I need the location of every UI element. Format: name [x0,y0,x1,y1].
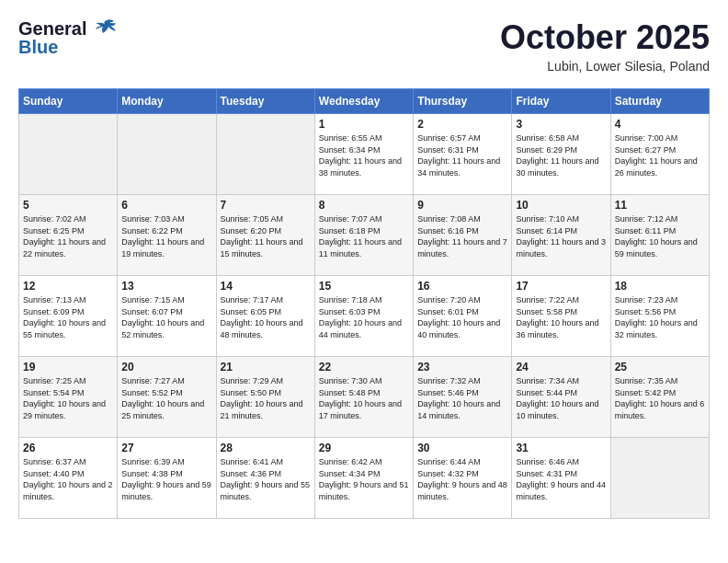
calendar-cell: 15 Sunrise: 7:18 AM Sunset: 6:03 PM Dayl… [314,276,413,357]
day-number: 7 [221,199,311,212]
calendar-cell: 31 Sunrise: 6:46 AM Sunset: 4:31 PM Dayl… [512,438,610,519]
cell-info: Sunrise: 7:15 AM Sunset: 6:07 PM Dayligh… [121,294,211,340]
logo-bird-icon [94,18,119,35]
day-number: 31 [516,442,606,454]
calendar-cell: 12 Sunrise: 7:13 AM Sunset: 6:09 PM Dayl… [19,276,118,357]
calendar-cell: 21 Sunrise: 7:29 AM Sunset: 5:50 PM Dayl… [216,357,314,438]
calendar-cell [216,114,314,195]
calendar-cell: 28 Sunrise: 6:41 AM Sunset: 4:36 PM Dayl… [216,438,314,519]
day-number: 6 [121,199,211,212]
calendar-cell: 2 Sunrise: 6:57 AM Sunset: 6:31 PM Dayli… [414,114,512,195]
calendar-cell: 14 Sunrise: 7:17 AM Sunset: 6:05 PM Dayl… [216,276,314,357]
day-number: 29 [319,442,409,454]
day-number: 21 [221,361,311,373]
calendar-cell: 20 Sunrise: 7:27 AM Sunset: 5:52 PM Dayl… [118,357,216,438]
cell-info: Sunrise: 7:12 AM Sunset: 6:11 PM Dayligh… [615,213,705,259]
cell-info: Sunrise: 6:58 AM Sunset: 6:29 PM Dayligh… [516,132,606,178]
cell-info: Sunrise: 7:29 AM Sunset: 5:50 PM Dayligh… [221,375,311,421]
cell-info: Sunrise: 7:22 AM Sunset: 5:58 PM Dayligh… [516,294,606,340]
day-header-thursday: Thursday [414,89,512,114]
calendar-cell: 16 Sunrise: 7:20 AM Sunset: 6:01 PM Dayl… [414,276,512,357]
calendar-cell: 19 Sunrise: 7:25 AM Sunset: 5:54 PM Dayl… [19,357,118,438]
calendar-header-row: SundayMondayTuesdayWednesdayThursdayFrid… [19,89,710,114]
day-header-saturday: Saturday [610,89,709,114]
calendar-cell: 23 Sunrise: 7:32 AM Sunset: 5:46 PM Dayl… [414,357,512,438]
day-number: 26 [23,442,113,454]
calendar-cell: 7 Sunrise: 7:05 AM Sunset: 6:20 PM Dayli… [216,195,314,276]
day-number: 2 [417,118,507,131]
day-header-friday: Friday [512,89,610,114]
month-title: October 2025 [500,18,710,57]
calendar-cell: 25 Sunrise: 7:35 AM Sunset: 5:42 PM Dayl… [610,357,709,438]
calendar-cell: 11 Sunrise: 7:12 AM Sunset: 6:11 PM Dayl… [610,195,709,276]
location: Lubin, Lower Silesia, Poland [500,59,710,74]
calendar-cell: 29 Sunrise: 6:42 AM Sunset: 4:34 PM Dayl… [314,438,413,519]
cell-info: Sunrise: 6:57 AM Sunset: 6:31 PM Dayligh… [417,132,507,178]
calendar-cell: 27 Sunrise: 6:39 AM Sunset: 4:38 PM Dayl… [118,438,216,519]
cell-info: Sunrise: 6:44 AM Sunset: 4:32 PM Dayligh… [417,456,507,502]
cell-info: Sunrise: 7:34 AM Sunset: 5:44 PM Dayligh… [516,375,606,421]
cell-info: Sunrise: 6:41 AM Sunset: 4:36 PM Dayligh… [221,456,311,502]
cell-info: Sunrise: 6:42 AM Sunset: 4:34 PM Dayligh… [319,456,409,502]
cell-info: Sunrise: 7:23 AM Sunset: 5:56 PM Dayligh… [615,294,705,340]
cell-info: Sunrise: 7:18 AM Sunset: 6:03 PM Dayligh… [319,294,409,340]
day-number: 11 [615,199,705,212]
day-number: 9 [417,199,507,212]
day-number: 1 [319,118,409,131]
calendar-cell: 30 Sunrise: 6:44 AM Sunset: 4:32 PM Dayl… [414,438,512,519]
cell-info: Sunrise: 6:37 AM Sunset: 4:40 PM Dayligh… [23,456,113,502]
week-row-4: 19 Sunrise: 7:25 AM Sunset: 5:54 PM Dayl… [19,357,710,438]
cell-info: Sunrise: 7:25 AM Sunset: 5:54 PM Dayligh… [23,375,113,421]
week-row-1: 1 Sunrise: 6:55 AM Sunset: 6:34 PM Dayli… [19,114,710,195]
cell-info: Sunrise: 7:17 AM Sunset: 6:05 PM Dayligh… [221,294,311,340]
cell-info: Sunrise: 7:08 AM Sunset: 6:16 PM Dayligh… [417,213,507,259]
day-number: 5 [23,199,113,212]
calendar-cell: 18 Sunrise: 7:23 AM Sunset: 5:56 PM Dayl… [610,276,709,357]
calendar-cell: 10 Sunrise: 7:10 AM Sunset: 6:14 PM Dayl… [512,195,610,276]
day-number: 18 [615,280,705,293]
title-block: October 2025 Lubin, Lower Silesia, Polan… [500,18,710,74]
calendar-cell: 1 Sunrise: 6:55 AM Sunset: 6:34 PM Dayli… [314,114,413,195]
calendar-cell [19,114,118,195]
cell-info: Sunrise: 7:03 AM Sunset: 6:22 PM Dayligh… [121,213,211,259]
logo-general: General [18,18,86,39]
week-row-2: 5 Sunrise: 7:02 AM Sunset: 6:25 PM Dayli… [19,195,710,276]
day-header-monday: Monday [118,89,216,114]
logo: General Blue [18,18,119,58]
day-number: 17 [516,280,606,293]
cell-info: Sunrise: 7:02 AM Sunset: 6:25 PM Dayligh… [23,213,113,259]
calendar-cell: 17 Sunrise: 7:22 AM Sunset: 5:58 PM Dayl… [512,276,610,357]
day-number: 30 [417,442,507,454]
calendar-cell: 3 Sunrise: 6:58 AM Sunset: 6:29 PM Dayli… [512,114,610,195]
cell-info: Sunrise: 7:00 AM Sunset: 6:27 PM Dayligh… [615,132,705,178]
day-number: 23 [417,361,507,373]
cell-info: Sunrise: 6:46 AM Sunset: 4:31 PM Dayligh… [516,456,606,502]
day-number: 16 [417,280,507,293]
cell-info: Sunrise: 7:13 AM Sunset: 6:09 PM Dayligh… [23,294,113,340]
calendar-cell: 22 Sunrise: 7:30 AM Sunset: 5:48 PM Dayl… [314,357,413,438]
day-header-sunday: Sunday [19,89,118,114]
calendar-cell: 24 Sunrise: 7:34 AM Sunset: 5:44 PM Dayl… [512,357,610,438]
cell-info: Sunrise: 7:35 AM Sunset: 5:42 PM Dayligh… [615,375,705,421]
calendar-cell: 4 Sunrise: 7:00 AM Sunset: 6:27 PM Dayli… [610,114,709,195]
day-number: 4 [615,118,705,131]
calendar-cell: 9 Sunrise: 7:08 AM Sunset: 6:16 PM Dayli… [414,195,512,276]
day-number: 13 [121,280,211,293]
day-number: 20 [121,361,211,373]
day-number: 12 [23,280,113,293]
day-header-wednesday: Wednesday [314,89,413,114]
week-row-5: 26 Sunrise: 6:37 AM Sunset: 4:40 PM Dayl… [19,438,710,519]
day-number: 24 [516,361,606,373]
calendar-cell: 6 Sunrise: 7:03 AM Sunset: 6:22 PM Dayli… [118,195,216,276]
day-number: 8 [319,199,409,212]
day-number: 28 [221,442,311,454]
calendar-cell: 5 Sunrise: 7:02 AM Sunset: 6:25 PM Dayli… [19,195,118,276]
cell-info: Sunrise: 6:39 AM Sunset: 4:38 PM Dayligh… [121,456,211,502]
day-number: 25 [615,361,705,373]
day-number: 15 [319,280,409,293]
day-number: 14 [221,280,311,293]
calendar-cell: 13 Sunrise: 7:15 AM Sunset: 6:07 PM Dayl… [118,276,216,357]
calendar-cell: 26 Sunrise: 6:37 AM Sunset: 4:40 PM Dayl… [19,438,118,519]
week-row-3: 12 Sunrise: 7:13 AM Sunset: 6:09 PM Dayl… [19,276,710,357]
day-header-tuesday: Tuesday [216,89,314,114]
